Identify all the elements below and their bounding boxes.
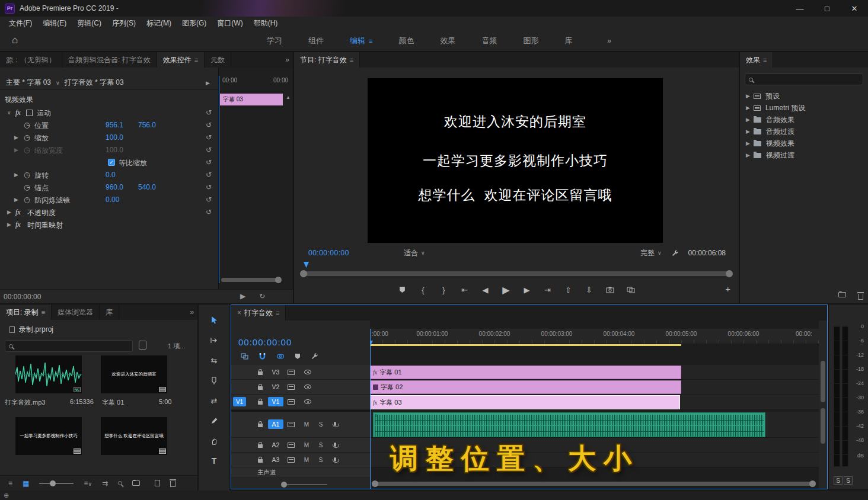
effects-tree-audio-effects[interactable]: ▶音频效果 (740, 114, 868, 126)
filter-bin-icon[interactable] (139, 341, 146, 350)
param-value-x[interactable]: 960.0 (106, 183, 123, 191)
effects-search-box[interactable] (745, 73, 863, 85)
chevron-right-icon[interactable]: ▶ (746, 93, 750, 99)
slip-tool[interactable]: ⇄ (208, 395, 221, 406)
chevron-right-icon[interactable]: ▶ (14, 134, 18, 140)
stopwatch-icon[interactable]: ◷ (24, 133, 30, 142)
project-item-audio-thumbnail[interactable] (15, 355, 82, 393)
delete-icon[interactable] (858, 294, 863, 300)
tab-overflow-icon[interactable]: » (285, 56, 289, 64)
chevron-right-icon[interactable]: ▶ (206, 80, 210, 86)
button-editor-plus-icon[interactable]: + (725, 284, 730, 294)
clip-subtitle-02[interactable]: 字幕 02 (370, 380, 681, 394)
tab-source-monitor[interactable]: 源：（无剪辑） (0, 52, 62, 68)
extract-icon[interactable]: ⇩ (585, 284, 594, 295)
panel-menu-icon[interactable]: ≡ (276, 309, 279, 316)
fx-badge-icon[interactable]: fx (15, 208, 21, 217)
program-scrub-ruler[interactable] (300, 262, 733, 269)
solo-button[interactable]: S (315, 419, 326, 429)
stopwatch-icon[interactable]: ◷ (24, 121, 30, 129)
workspace-tab-effects[interactable]: 效果 (427, 30, 468, 52)
new-item-icon[interactable] (155, 480, 160, 486)
uniform-scale-checkbox[interactable]: ✓ (108, 159, 115, 166)
sync-status-icon[interactable]: ⊕ (4, 492, 9, 499)
close-icon[interactable]: ✕ (841, 0, 868, 17)
horizontal-zoom-scrollbar[interactable] (374, 482, 814, 486)
minimize-icon[interactable]: — (786, 0, 813, 17)
stopwatch-icon[interactable]: ◷ (24, 195, 30, 204)
tab-effects[interactable]: 效果≡ (740, 52, 773, 68)
loop-icon[interactable]: ↻ (259, 292, 265, 300)
lock-icon[interactable] (255, 397, 266, 406)
effects-tree-video-transitions[interactable]: ▶视频过渡 (740, 149, 868, 161)
master-clip-label[interactable]: 主要 * 字幕 03 (6, 78, 51, 88)
stopwatch-icon[interactable]: ◷ (24, 171, 30, 179)
source-assign-icon[interactable] (286, 419, 296, 429)
effects-tree-lumetri-presets[interactable]: ▶Lumetri 预设 (740, 102, 868, 114)
find-icon[interactable] (118, 481, 122, 485)
reset-icon[interactable]: ↺ (206, 133, 212, 142)
param-value[interactable]: 0.00 (106, 195, 119, 204)
project-search-input[interactable] (17, 342, 117, 350)
workspace-tab-color[interactable]: 颜色 (385, 30, 427, 52)
list-view-icon[interactable]: ≡ (8, 479, 12, 488)
reset-icon[interactable]: ↺ (206, 158, 212, 166)
source-assign-icon[interactable] (286, 440, 296, 450)
chevron-right-icon[interactable]: ▶ (14, 172, 18, 178)
comparison-view-icon[interactable] (626, 284, 636, 295)
menu-sequence[interactable]: 序列(S) (107, 18, 141, 28)
icon-view-icon[interactable]: ▦ (23, 479, 29, 488)
type-tool[interactable]: T (208, 455, 221, 467)
chevron-down-icon[interactable]: ∨ (56, 80, 60, 86)
reset-icon[interactable]: ↺ (206, 121, 212, 129)
effect-row-motion[interactable]: ∨ fx 运动 ↺ (0, 107, 218, 119)
automate-to-sequence-icon[interactable]: ⇉ (102, 479, 108, 488)
menu-graphics[interactable]: 图形(G) (177, 18, 212, 28)
param-value-x[interactable]: 956.1 (106, 121, 123, 129)
ripple-edit-tool[interactable]: ⇆ (208, 354, 221, 366)
chevron-right-icon[interactable]: ▶ (746, 129, 750, 134)
workspace-tab-learn[interactable]: 学习 (254, 30, 295, 52)
fx-badge-icon[interactable]: fx (15, 220, 21, 229)
clip-subtitle-01[interactable]: fx 字幕 01 (370, 366, 681, 379)
collapse-icon[interactable]: ▲ (286, 95, 291, 100)
chevron-right-icon[interactable]: ▶ (746, 105, 750, 111)
tab-effect-controls[interactable]: 效果控件≡ (157, 52, 205, 68)
effects-tree-presets[interactable]: ▶预设 (740, 90, 868, 102)
mute-button[interactable]: M (301, 419, 312, 429)
workspace-tab-graphics[interactable]: 图形 (510, 30, 551, 52)
workspace-tab-assembly[interactable]: 组件 (295, 30, 337, 52)
settings-wrench-icon[interactable] (671, 249, 679, 257)
tab-project[interactable]: 项目: 录制≡ (0, 305, 52, 320)
clip-subtitle-03-selected[interactable]: fx 字幕 03 (370, 395, 680, 409)
tab-metadata[interactable]: 元数 (205, 52, 231, 68)
add-marker-icon[interactable] (295, 353, 301, 360)
toggle-track-output-eye-icon[interactable] (302, 367, 313, 377)
menu-marker[interactable]: 标记(M) (141, 18, 177, 28)
close-icon[interactable]: × (237, 309, 241, 317)
source-assign-icon[interactable] (286, 367, 296, 377)
chevron-right-icon[interactable]: ▶ (14, 147, 18, 153)
workspace-tab-libraries[interactable]: 库 (551, 30, 585, 52)
lift-icon[interactable]: ⇧ (564, 284, 573, 295)
project-search-box[interactable] (5, 340, 133, 352)
project-file-row[interactable]: 录制.prproj (9, 325, 53, 335)
effects-tree-audio-transitions[interactable]: ▶音频过渡 (740, 126, 868, 137)
vertical-scrollbar-audio[interactable] (821, 408, 825, 444)
track-name-a3[interactable]: A3 (268, 455, 283, 464)
project-item-name[interactable]: 字幕 01 (102, 398, 124, 407)
voice-over-mic-icon[interactable] (330, 419, 340, 429)
voice-over-mic-icon[interactable] (330, 455, 340, 464)
reset-icon[interactable]: ↺ (206, 108, 212, 117)
playback-resolution-dropdown[interactable]: 完整∨ (640, 248, 662, 258)
track-height-control[interactable] (286, 484, 327, 485)
tab-overflow-icon[interactable]: » (190, 308, 194, 316)
work-area-bar[interactable] (370, 344, 681, 346)
chevron-right-icon[interactable]: ▶ (7, 209, 11, 215)
lock-icon[interactable] (255, 419, 266, 429)
tab-libraries[interactable]: 库 (100, 305, 119, 320)
sort-icons-icon[interactable]: ≡∨ (84, 479, 92, 488)
menu-help[interactable]: 帮助(H) (248, 18, 283, 28)
project-item-title-thumbnail[interactable]: 一起学习更多影视制作小技巧 (15, 417, 82, 455)
selection-tool[interactable] (208, 314, 221, 326)
